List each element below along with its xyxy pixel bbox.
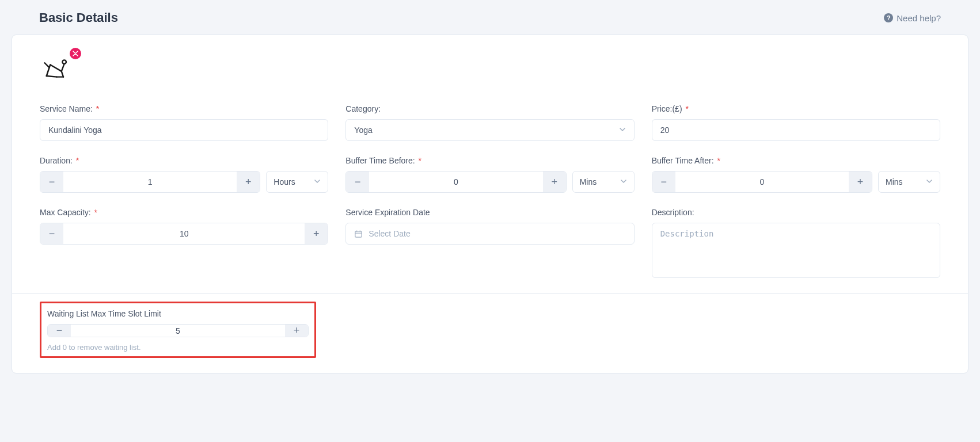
chevron-down-icon bbox=[619, 125, 626, 135]
service-image[interactable] bbox=[40, 52, 77, 89]
chevron-down-icon bbox=[926, 177, 933, 186]
max-capacity-value[interactable] bbox=[63, 223, 305, 244]
field-max-capacity: Max Capacity: * − + bbox=[40, 208, 328, 278]
price-label: Price:(£) * bbox=[652, 104, 940, 113]
duration-label: Duration: * bbox=[40, 156, 328, 165]
chevron-down-icon bbox=[314, 177, 321, 186]
buffer-after-stepper: − + bbox=[652, 171, 872, 193]
service-name-label: Service Name: * bbox=[40, 104, 328, 113]
buffer-after-increment[interactable]: + bbox=[849, 172, 872, 192]
calendar-icon bbox=[354, 230, 363, 238]
field-price: Price:(£) * bbox=[652, 104, 940, 141]
max-capacity-decrement[interactable]: − bbox=[40, 223, 63, 244]
duration-increment[interactable]: + bbox=[237, 172, 260, 192]
buffer-after-value[interactable] bbox=[675, 172, 849, 192]
waiting-list-highlight: Waiting List Max Time Slot Limit − + Add… bbox=[40, 302, 316, 358]
waiting-list-stepper: − + bbox=[47, 324, 309, 337]
duration-stepper: − + bbox=[40, 171, 260, 193]
field-buffer-after: Buffer Time After: * − + Mins bbox=[652, 156, 940, 193]
expiration-label: Service Expiration Date bbox=[345, 208, 634, 217]
details-card: Service Name: * Category: Yoga bbox=[12, 35, 968, 374]
buffer-before-value[interactable] bbox=[369, 172, 542, 192]
description-label: Description: bbox=[652, 208, 940, 217]
max-capacity-stepper: − + bbox=[40, 223, 328, 245]
page-header: Basic Details ? Need help? bbox=[12, 6, 968, 35]
waiting-list-increment[interactable]: + bbox=[285, 325, 308, 337]
buffer-before-unit-value: Mins bbox=[580, 177, 597, 186]
field-expiration: Service Expiration Date Select Date bbox=[345, 208, 634, 278]
duration-decrement[interactable]: − bbox=[40, 172, 63, 192]
yoga-pose-icon bbox=[40, 52, 72, 85]
buffer-before-decrement[interactable]: − bbox=[346, 172, 369, 192]
buffer-before-label: Buffer Time Before: * bbox=[345, 156, 634, 165]
field-duration: Duration: * − + Hours bbox=[40, 156, 328, 193]
description-textarea[interactable] bbox=[652, 223, 940, 278]
chevron-down-icon bbox=[620, 177, 627, 186]
buffer-before-stepper: − + bbox=[345, 171, 566, 193]
waiting-list-label: Waiting List Max Time Slot Limit bbox=[47, 309, 309, 318]
expiration-placeholder: Select Date bbox=[369, 229, 410, 238]
buffer-before-unit-select[interactable]: Mins bbox=[572, 171, 635, 193]
need-help-link[interactable]: ? Need help? bbox=[884, 13, 941, 23]
waiting-list-value[interactable] bbox=[71, 325, 285, 337]
remove-image-button[interactable] bbox=[70, 48, 81, 59]
field-description: Description: bbox=[652, 208, 940, 278]
expiration-date-input[interactable]: Select Date bbox=[345, 223, 634, 245]
svg-rect-1 bbox=[355, 231, 362, 237]
category-label: Category: bbox=[345, 104, 634, 113]
field-category: Category: Yoga bbox=[345, 104, 634, 141]
duration-value[interactable] bbox=[63, 172, 237, 192]
buffer-after-label: Buffer Time After: * bbox=[652, 156, 940, 165]
max-capacity-increment[interactable]: + bbox=[305, 223, 328, 244]
help-icon: ? bbox=[884, 13, 893, 22]
max-capacity-label: Max Capacity: * bbox=[40, 208, 328, 217]
page-title: Basic Details bbox=[39, 10, 118, 25]
waiting-list-helper: Add 0 to remove waiting list. bbox=[47, 343, 309, 352]
buffer-before-increment[interactable]: + bbox=[543, 172, 566, 192]
buffer-after-unit-value: Mins bbox=[886, 177, 903, 186]
duration-unit-value: Hours bbox=[274, 177, 295, 186]
need-help-label: Need help? bbox=[897, 13, 941, 23]
field-service-name: Service Name: * bbox=[40, 104, 328, 141]
close-icon bbox=[73, 51, 78, 56]
waiting-list-decrement[interactable]: − bbox=[48, 325, 71, 337]
buffer-after-decrement[interactable]: − bbox=[652, 172, 675, 192]
price-input[interactable] bbox=[652, 119, 940, 141]
buffer-after-unit-select[interactable]: Mins bbox=[878, 171, 940, 193]
category-select[interactable]: Yoga bbox=[345, 119, 634, 141]
service-name-input[interactable] bbox=[40, 119, 328, 141]
category-value: Yoga bbox=[354, 125, 372, 135]
duration-unit-select[interactable]: Hours bbox=[266, 171, 328, 193]
form-grid: Service Name: * Category: Yoga bbox=[40, 104, 940, 278]
waiting-list-section: Waiting List Max Time Slot Limit − + Add… bbox=[12, 294, 968, 373]
field-buffer-before: Buffer Time Before: * − + Mins bbox=[345, 156, 634, 193]
